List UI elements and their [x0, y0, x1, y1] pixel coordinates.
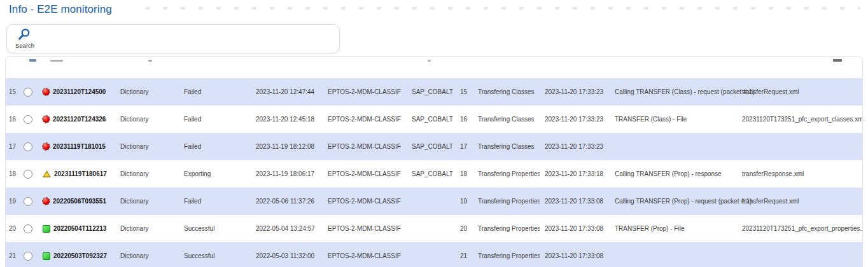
run-id: 20231120T124500 — [53, 88, 106, 95]
table-row[interactable]: 18 20231119T180617 Dictionary Exporting … — [6, 160, 862, 188]
cell-system: EPTOS-2-MDM-CLASSIF — [323, 198, 407, 205]
row-number: 18 — [6, 170, 20, 177]
cell-type: Dictionary — [115, 225, 179, 232]
cell-step: 15 — [455, 88, 473, 95]
search-icon — [18, 28, 31, 41]
cell-target: SAP_COBALT — [407, 170, 455, 177]
table-row[interactable]: 15 20231120T124500 Dictionary Failed 202… — [6, 78, 862, 106]
table-row[interactable]: 21 20220503T092327 Dictionary Successful… — [6, 242, 862, 267]
cell-status: Failed — [179, 88, 251, 95]
cell-action: TRANSFER (Class) - File — [610, 116, 737, 123]
cell-system: EPTOS-2-MDM-CLASSIF — [323, 88, 407, 95]
cell-system: EPTOS-2-MDM-CLASSIF — [323, 225, 407, 232]
status-icon — [43, 116, 50, 123]
row-number: 19 — [6, 198, 20, 205]
clipped-header-fragment — [50, 60, 63, 62]
run-id: 20220506T093551 — [53, 198, 106, 205]
cell-type: Dictionary — [115, 116, 179, 123]
cell-step: 16 — [455, 116, 473, 123]
cell-file: transferRequest.xml — [737, 198, 862, 205]
cell-status: Successful — [179, 225, 251, 232]
clipped-header-fragment — [29, 59, 36, 62]
cell-task-time: 2023-11-20 17:33:23 — [540, 116, 610, 123]
cell-status: Failed — [179, 116, 251, 123]
cell-target: SAP_COBALT — [407, 116, 455, 123]
cell-file: transferRequest.xml — [737, 88, 862, 95]
run-id: 20220503T092327 — [53, 252, 107, 259]
cell-system: EPTOS-2-MDM-CLASSIF — [323, 170, 407, 177]
row-number: 16 — [6, 116, 20, 123]
status-icon — [43, 198, 50, 205]
cell-date: 2023-11-19 18:12:08 — [251, 143, 323, 150]
cell-action: Calling TRANSFER (Class) - request (pack… — [610, 88, 737, 95]
cell-status: Exporting — [179, 170, 251, 177]
run-id: 20220504T112213 — [53, 225, 106, 232]
row-number: 21 — [6, 252, 20, 259]
cell-type: Dictionary — [115, 143, 179, 150]
cell-action: TRANSFER (Prop) - File — [610, 225, 737, 232]
table-row[interactable]: 17 20231119T181015 Dictionary Failed 202… — [6, 133, 862, 160]
status-icon — [43, 252, 50, 260]
cell-system: EPTOS-2-MDM-CLASSIF — [323, 143, 407, 150]
cell-status: Failed — [179, 198, 251, 205]
status-icon — [43, 225, 50, 233]
cell-task-time: 2023-11-20 17:33:08 — [540, 225, 610, 232]
cell-file: transferResponse.xml — [737, 170, 862, 177]
row-number: 17 — [6, 143, 20, 150]
cell-task-time: 2023-11-20 17:33:08 — [540, 252, 610, 259]
cell-step: 17 — [455, 143, 473, 150]
row-select-radio[interactable] — [24, 115, 32, 124]
cell-file: 20231120T173251_pfc_export_classes.xml — [737, 116, 863, 123]
cell-date: 2023-11-19 18:06:17 — [251, 170, 323, 177]
cell-action: Calling TRANSFER (Prop) - request (packe… — [610, 198, 737, 205]
cell-date: 2023-11-20 12:47:44 — [251, 88, 323, 95]
cell-date: 2022-05-06 11:37:26 — [251, 198, 323, 205]
cell-step: 18 — [455, 170, 473, 177]
cell-task-time: 2023-11-20 17:33:23 — [540, 88, 610, 95]
cell-system: EPTOS-2-MDM-CLASSIF — [323, 116, 407, 123]
cell-task: Transfering Classes — [473, 88, 540, 95]
row-number: 15 — [6, 88, 20, 95]
row-select-radio[interactable] — [24, 88, 32, 97]
cell-date: 2022-05-03 11:32:00 — [251, 252, 323, 259]
cell-task: Transfering Properties — [473, 252, 540, 259]
cell-status: Failed — [179, 143, 251, 150]
cell-task-time: 2023-11-20 17:33:23 — [540, 143, 610, 150]
table-header-clipped — [6, 57, 862, 78]
row-select-radio[interactable] — [24, 252, 32, 261]
row-select-radio[interactable] — [24, 224, 32, 233]
cell-target: SAP_COBALT — [407, 143, 455, 150]
cell-task: Transfering Classes — [473, 143, 540, 150]
cell-action: Calling TRANSFER (Prop) - response — [610, 170, 737, 177]
clipped-header-fragment — [428, 60, 431, 62]
run-id: 20231119T181015 — [53, 143, 106, 150]
search-button[interactable]: Search — [6, 24, 340, 53]
table-row[interactable]: 20 20220504T112213 Dictionary Successful… — [6, 215, 862, 242]
cell-system: EPTOS-2-MDM-CLASSIF — [323, 252, 407, 259]
row-select-radio[interactable] — [24, 197, 32, 206]
page-title: Info - E2E monitoring — [9, 3, 112, 16]
cell-type: Dictionary — [115, 170, 179, 177]
cell-status: Successful — [179, 252, 251, 259]
row-select-radio[interactable] — [24, 170, 32, 179]
table-row[interactable]: 16 20231120T124326 Dictionary Failed 202… — [6, 106, 862, 133]
cell-date: 2022-05-04 13:24:57 — [251, 225, 323, 232]
cell-type: Dictionary — [115, 88, 179, 95]
clipped-header-fragment — [148, 60, 152, 62]
cell-step: 20 — [455, 225, 473, 232]
cell-step: 21 — [455, 252, 473, 259]
row-select-radio[interactable] — [24, 142, 32, 151]
table-row[interactable]: 19 20220506T093551 Dictionary Failed 202… — [6, 188, 862, 215]
status-icon — [43, 143, 50, 150]
run-id: 20231120T124326 — [53, 116, 106, 123]
status-icon — [43, 170, 51, 177]
status-icon — [43, 88, 50, 95]
cell-task: Transfering Properties — [473, 198, 540, 205]
cell-date: 2023-11-20 12:45:18 — [251, 116, 323, 123]
monitoring-table: 15 20231120T124500 Dictionary Failed 202… — [5, 56, 863, 267]
search-label: Search — [15, 42, 34, 49]
cell-target: SAP_COBALT — [407, 88, 455, 95]
clipped-header-fragment — [833, 59, 842, 62]
cell-task: Transfering Properties — [473, 170, 540, 177]
cell-file: 20231120T173251_pfc_export_properties.xm… — [737, 225, 863, 232]
